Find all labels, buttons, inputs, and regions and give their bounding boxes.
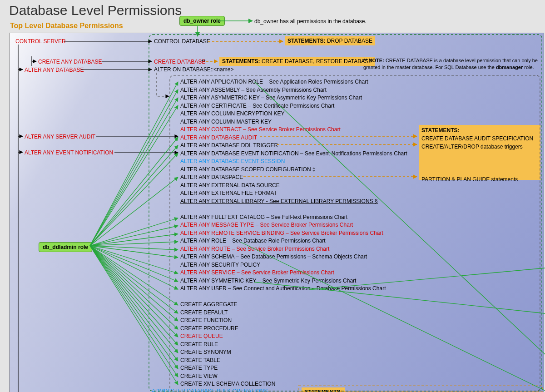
svg-line-43 [90,246,178,353]
svg-line-24 [90,137,178,246]
svg-line-25 [90,145,178,246]
svg-line-40 [90,246,178,329]
svg-rect-19 [170,75,540,391]
svg-rect-52 [299,385,542,392]
svg-line-49 [241,242,545,391]
svg-line-39 [90,246,178,321]
svg-line-37 [90,246,178,305]
svg-line-20 [90,82,178,246]
svg-line-22 [90,98,178,246]
svg-line-45 [90,246,178,369]
svg-line-48 [254,82,545,354]
svg-line-42 [90,246,178,345]
svg-line-46 [90,246,178,377]
svg-rect-18 [149,35,542,391]
svg-line-51 [254,282,545,313]
connectors [0,0,545,392]
svg-line-23 [90,105,178,246]
svg-line-50 [309,268,545,290]
svg-line-47 [90,246,178,385]
svg-line-36 [90,246,178,289]
svg-line-35 [90,246,178,282]
